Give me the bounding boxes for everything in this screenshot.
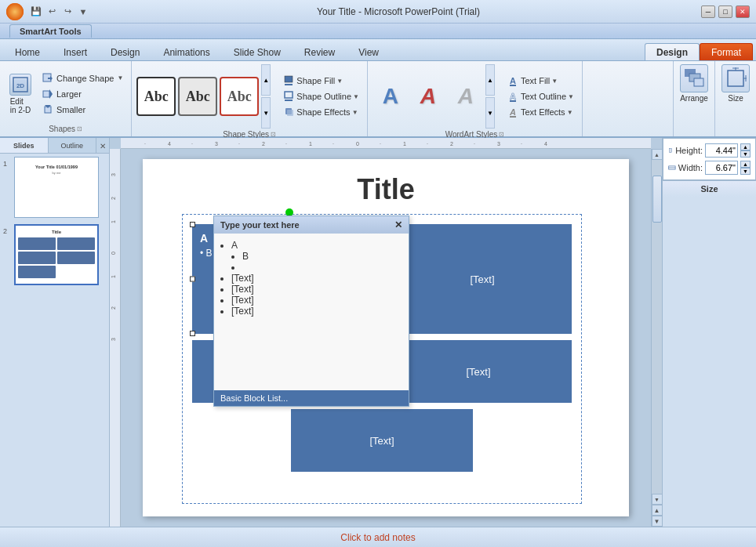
tab-insert[interactable]: Insert xyxy=(52,43,99,60)
scroll-extra-1[interactable]: ▲ xyxy=(652,505,663,516)
slide-panel-tabs: Slides Outline ✕ xyxy=(0,138,109,154)
shape-fill-arrow: ▼ xyxy=(336,78,343,85)
scroll-thumb[interactable] xyxy=(652,176,662,223)
text-input-title: Type your text here xyxy=(220,220,300,230)
shape-styles-down-btn[interactable]: ▼ xyxy=(261,97,271,129)
handle-ml[interactable] xyxy=(190,277,195,282)
larger-btn[interactable]: Larger xyxy=(39,87,126,101)
text-fill-label: Text Fill xyxy=(521,76,550,85)
handle-tl[interactable] xyxy=(190,222,195,227)
shape-styles-up-btn[interactable]: ▲ xyxy=(261,64,271,96)
edit-2d-button[interactable]: 2D Editin 2-D xyxy=(5,71,36,118)
slide-page[interactable]: Title xyxy=(143,159,629,516)
minimize-btn[interactable]: ─ xyxy=(701,5,715,18)
size-btn[interactable]: Size xyxy=(714,61,756,136)
svg-rect-17 xyxy=(510,85,516,86)
smartart-cell-text1[interactable]: [Text] xyxy=(393,224,572,334)
svg-text:2: 2 xyxy=(111,197,116,200)
shape-style-2[interactable]: Abc xyxy=(178,77,217,116)
scrollbar-vertical[interactable]: ▲ ▼ ▲ ▼ xyxy=(651,149,662,527)
text-input-footer[interactable]: Basic Block List... xyxy=(214,390,409,406)
text-fill-group: A Text Fill ▼ A Text Outline ▼ xyxy=(505,74,577,119)
scroll-extra-2[interactable]: ▼ xyxy=(652,516,663,527)
height-input[interactable] xyxy=(705,143,738,158)
tab-smartart-design[interactable]: Design xyxy=(645,43,700,60)
edit-2d-icon: 2D xyxy=(9,74,31,96)
shapes-expander[interactable]: ⊡ xyxy=(77,125,82,132)
slide-panel: Slides Outline ✕ 1 Your Title 01/01/1999… xyxy=(0,138,110,527)
text-fill-btn[interactable]: A Text Fill ▼ xyxy=(505,74,577,88)
window-title: Your Title - Microsoft PowerPoint (Trial… xyxy=(96,6,701,17)
tab-design[interactable]: Design xyxy=(99,43,151,60)
change-shape-btn[interactable]: Change Shape ▼ xyxy=(39,71,126,85)
tab-animations[interactable]: Animations xyxy=(151,43,221,60)
quick-access-toolbar: 💾 ↩ ↪ ▼ xyxy=(30,5,89,18)
smartart-cell-text4[interactable]: [Text] xyxy=(291,409,473,472)
shape-style-1[interactable]: Abc xyxy=(136,77,176,116)
width-up-btn[interactable]: ▲ xyxy=(740,161,751,168)
scroll-down-btn[interactable]: ▼ xyxy=(652,494,663,505)
text-effects-btn[interactable]: A Text Effects ▼ xyxy=(505,105,577,119)
arrange-icon xyxy=(680,64,708,92)
height-down-btn[interactable]: ▼ xyxy=(740,150,751,158)
maximize-btn[interactable]: □ xyxy=(718,5,732,18)
redo-quick-btn[interactable]: ↪ xyxy=(61,5,74,18)
shape-styles-content: Abc Abc Abc ▲ ▼ xyxy=(136,64,362,129)
shape-outline-label: Shape Outline xyxy=(296,92,351,101)
svg-rect-21 xyxy=(510,116,516,118)
svg-text:·: · xyxy=(191,141,193,147)
height-up-btn[interactable]: ▲ xyxy=(740,143,751,150)
text-outline-label: Text Outline xyxy=(521,92,566,101)
handle-bl[interactable] xyxy=(190,331,195,336)
smartart-label: SmartArt Tools xyxy=(9,24,92,38)
text-outline-arrow: ▼ xyxy=(568,93,574,100)
tab-review[interactable]: Review xyxy=(293,43,347,60)
width-down-btn[interactable]: ▼ xyxy=(740,168,751,175)
arrange-btn[interactable]: Arrange xyxy=(673,61,714,136)
wordart-expander[interactable]: ⊡ xyxy=(499,131,504,138)
smartart-cell-text3[interactable]: [Text] xyxy=(385,340,572,403)
shape-styles-expander[interactable]: ⊡ xyxy=(271,131,276,138)
qa-dropdown-btn[interactable]: ▼ xyxy=(77,5,89,18)
text-input-close-btn[interactable]: ✕ xyxy=(394,219,402,230)
tab-view[interactable]: View xyxy=(347,43,391,60)
ruler-horizontal: ·4· 3·2 ·1· 0·1 ·2· 3·4 xyxy=(121,138,651,149)
slide-tab-outline[interactable]: Outline xyxy=(49,138,97,153)
save-quick-btn[interactable]: 💾 xyxy=(30,5,42,18)
undo-quick-btn[interactable]: ↩ xyxy=(45,5,58,18)
slide-thumb-2[interactable]: 2 Title xyxy=(14,224,106,285)
status-bar: Click to add notes xyxy=(0,527,756,547)
slide-thumb-1[interactable]: 1 Your Title 01/01/1999 by me xyxy=(14,157,106,218)
slide-panel-close-btn[interactable]: ✕ xyxy=(96,138,109,154)
text-fill-arrow: ▼ xyxy=(551,78,558,85)
text-item-1: [Text] xyxy=(231,273,402,284)
shape-outline-btn[interactable]: Shape Outline ▼ xyxy=(281,89,362,103)
shape-style-3[interactable]: Abc xyxy=(220,77,259,116)
wordart-style-2[interactable]: A xyxy=(410,78,446,114)
shape-fill-btn[interactable]: Shape Fill ▼ xyxy=(281,74,362,88)
tab-home[interactable]: Home xyxy=(3,43,52,60)
text-input-panel: Type your text here ✕ A B [Text] xyxy=(213,216,409,407)
wordart-up-btn[interactable]: ▲ xyxy=(485,64,495,96)
height-row: Height: ▲ ▼ xyxy=(668,143,751,158)
canvas-area: ·4· 3·2 ·1· 0·1 ·2· 3·4 3 2 1 0 1 2 xyxy=(110,138,662,527)
text-item-empty xyxy=(242,262,402,273)
close-btn[interactable]: ✕ xyxy=(736,5,750,18)
width-input[interactable] xyxy=(705,161,738,175)
svg-text:1: 1 xyxy=(111,275,116,278)
shape-effects-btn[interactable]: Shape Effects ▼ xyxy=(281,105,362,119)
wordart-style-3[interactable]: A xyxy=(448,78,484,114)
tab-smartart-format[interactable]: Format xyxy=(700,43,753,60)
shape-fill-icon xyxy=(284,75,295,86)
smaller-btn[interactable]: Smaller xyxy=(39,103,126,117)
click-to-add-notes[interactable]: Click to add notes xyxy=(6,532,750,543)
slide-title: Title xyxy=(143,173,629,206)
scroll-up-btn[interactable]: ▲ xyxy=(652,149,663,160)
slide-tab-slides[interactable]: Slides xyxy=(0,138,49,153)
tab-slideshow[interactable]: Slide Show xyxy=(222,43,293,60)
text-outline-btn[interactable]: A Text Outline ▼ xyxy=(505,89,577,103)
wordart-down-btn[interactable]: ▼ xyxy=(485,97,495,129)
svg-text:·: · xyxy=(238,141,240,147)
text-effects-arrow: ▼ xyxy=(567,109,573,116)
wordart-style-1[interactable]: A xyxy=(373,78,409,114)
